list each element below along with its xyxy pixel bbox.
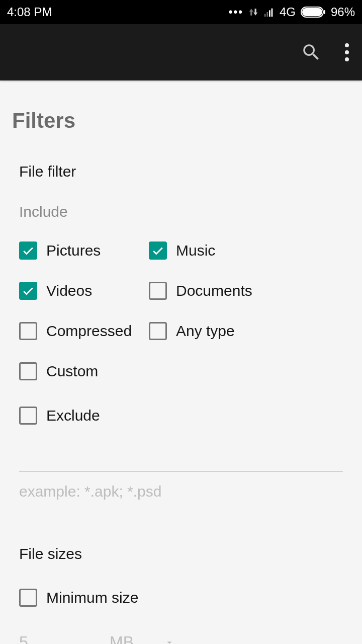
custom-pattern-input[interactable] <box>19 450 343 472</box>
app-bar <box>0 24 362 80</box>
battery-percentage: 96% <box>331 5 355 19</box>
page-title: Filters <box>12 80 350 153</box>
file-sizes-title: File sizes <box>12 500 350 578</box>
svg-rect-1 <box>266 12 268 17</box>
checkbox-custom[interactable] <box>19 362 37 380</box>
option-compressed[interactable]: Compressed <box>19 322 149 340</box>
data-transfer-icon <box>248 7 258 17</box>
status-right: ••• 4G 96% <box>229 5 355 19</box>
minimum-size-unit: MB <box>110 633 134 644</box>
checkbox-minimum-size[interactable] <box>19 589 37 607</box>
label-documents: Documents <box>176 282 252 299</box>
custom-pattern-placeholder: example: *.apk; *.psd <box>12 472 350 500</box>
svg-rect-3 <box>272 9 273 17</box>
file-filter-title: File filter <box>12 153 350 194</box>
label-any-type: Any type <box>176 323 235 340</box>
label-compressed: Compressed <box>46 323 132 340</box>
checkbox-any-type[interactable] <box>149 322 167 340</box>
status-bar: 4:08 PM ••• 4G 96% <box>0 0 362 24</box>
checkbox-exclude[interactable] <box>19 407 37 425</box>
option-minimum-size[interactable]: Minimum size <box>12 578 350 618</box>
minimum-size-value-row: 5 MB <box>12 618 350 644</box>
svg-rect-2 <box>269 10 270 17</box>
battery-icon <box>301 7 326 18</box>
minimum-size-value[interactable]: 5 <box>19 633 110 644</box>
option-custom[interactable]: Custom <box>19 362 98 380</box>
signal-icon <box>263 7 275 18</box>
option-videos[interactable]: Videos <box>19 282 149 300</box>
option-pictures[interactable]: Pictures <box>19 242 149 260</box>
checkbox-videos[interactable] <box>19 282 37 300</box>
option-documents[interactable]: Documents <box>149 282 279 300</box>
label-music: Music <box>176 242 215 259</box>
include-label: Include <box>12 194 350 230</box>
include-options: Pictures Music Videos Documents <box>12 230 350 436</box>
checkbox-documents[interactable] <box>149 282 167 300</box>
option-music[interactable]: Music <box>149 242 279 260</box>
svg-rect-0 <box>264 14 266 17</box>
label-videos: Videos <box>46 282 92 299</box>
checkbox-music[interactable] <box>149 242 167 260</box>
content: Filters File filter Include Pictures Mus… <box>0 80 362 644</box>
label-minimum-size: Minimum size <box>46 589 138 606</box>
search-icon[interactable] <box>301 42 322 63</box>
minimum-size-unit-select[interactable]: MB <box>110 633 175 644</box>
checkbox-pictures[interactable] <box>19 242 37 260</box>
option-exclude[interactable]: Exclude <box>19 407 100 425</box>
label-pictures: Pictures <box>46 242 101 259</box>
status-more-icon: ••• <box>229 6 243 19</box>
overflow-menu-icon[interactable] <box>342 43 352 61</box>
label-custom: Custom <box>46 363 98 380</box>
status-time: 4:08 PM <box>7 5 52 19</box>
chevron-down-icon <box>164 637 175 645</box>
svg-rect-6 <box>324 10 325 14</box>
checkbox-compressed[interactable] <box>19 322 37 340</box>
option-any-type[interactable]: Any type <box>149 322 279 340</box>
label-exclude: Exclude <box>46 407 100 424</box>
svg-rect-5 <box>302 8 322 16</box>
network-type: 4G <box>280 5 296 19</box>
